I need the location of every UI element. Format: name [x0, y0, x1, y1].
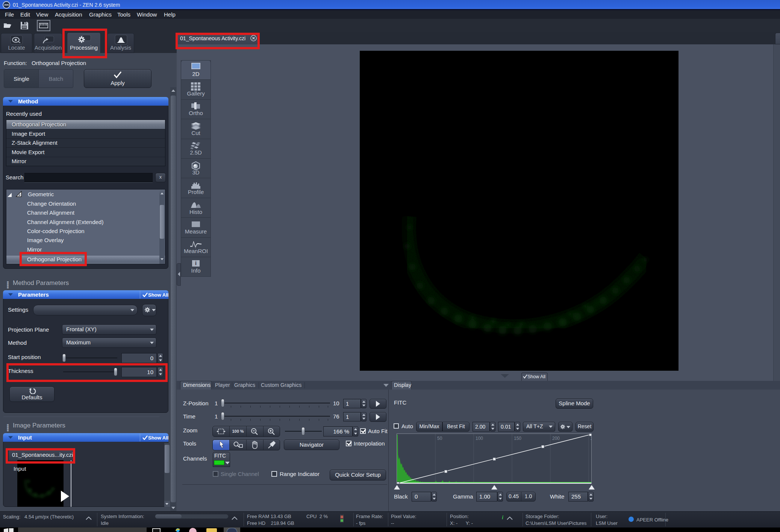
svg-text:100: 100 [476, 436, 483, 441]
svg-text:50: 50 [437, 436, 442, 441]
svg-text:150: 150 [514, 436, 521, 441]
svg-text:2: 2 [591, 436, 592, 441]
svg-text:200: 200 [552, 436, 560, 441]
